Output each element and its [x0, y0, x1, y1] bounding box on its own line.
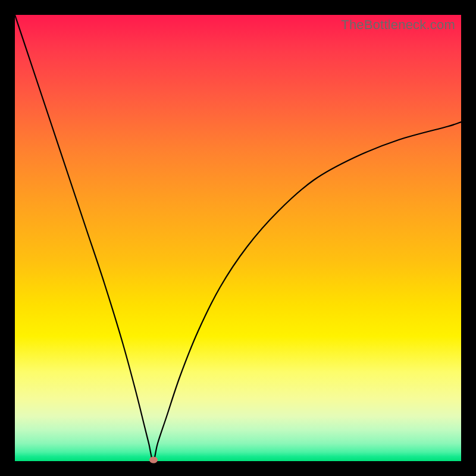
bottleneck-curve [15, 15, 461, 461]
chart-frame: TheBottleneck.com [0, 0, 476, 476]
optimal-point-marker [149, 457, 158, 464]
plot-area: TheBottleneck.com [15, 15, 461, 461]
